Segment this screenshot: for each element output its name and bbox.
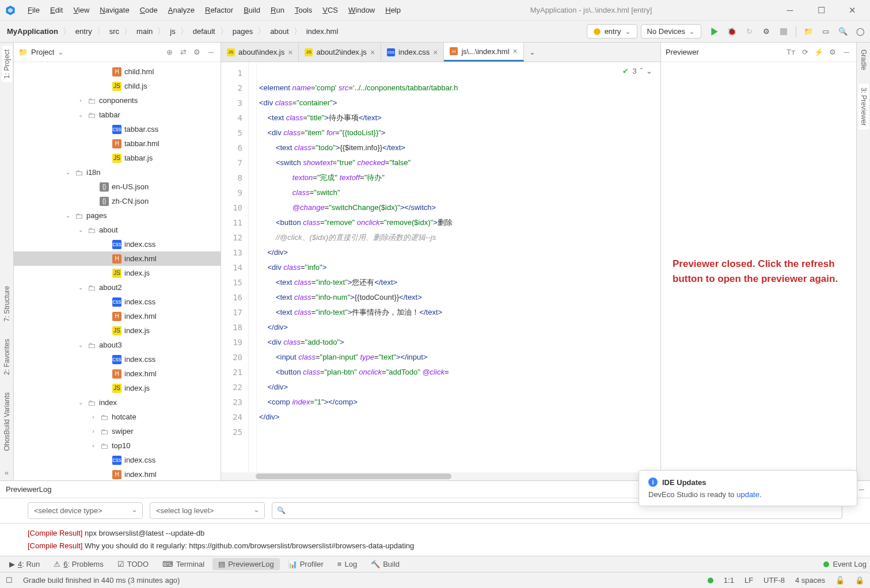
menu-code[interactable]: Code [135, 3, 162, 17]
close-tab-icon[interactable]: × [433, 48, 438, 57]
tree-item-tabbar.css[interactable]: csstabbar.css [14, 122, 221, 136]
tree-item-index.js[interactable]: JSindex.js [14, 266, 221, 280]
tree-item-index.js[interactable]: JSindex.js [14, 323, 221, 338]
tree-item-index.css[interactable]: cssindex.css [14, 237, 221, 251]
tree-item-child.hml[interactable]: Hchild.hml [14, 64, 221, 79]
device-type-select[interactable]: <select device type> [28, 502, 143, 519]
tree-item-index.hml[interactable]: Hindex.hml [14, 251, 221, 266]
stop-icon[interactable] [778, 26, 789, 37]
tool-tab-terminal[interactable]: ⌨Terminal [157, 558, 210, 570]
breadcrumb-item[interactable]: about [268, 26, 291, 37]
breadcrumb-item[interactable]: js [168, 26, 177, 37]
tree-item-conponents[interactable]: ›🗀conponents [14, 93, 221, 108]
editor-tab[interactable]: Hjs\...\index.hml× [444, 43, 523, 62]
build-variants-tool-tab[interactable]: OhosBuild Variants [2, 389, 12, 455]
menu-window[interactable]: Window [344, 3, 379, 17]
structure-tool-tab[interactable]: 7: Structure [2, 282, 12, 325]
tree-item-pages[interactable]: ⌄🗀pages [14, 208, 221, 223]
collapse-icon[interactable]: « [5, 468, 9, 477]
menu-edit[interactable]: Edit [45, 3, 67, 17]
tree-item-tabbar.js[interactable]: JStabbar.js [14, 151, 221, 165]
tree-item-zh-CN.json[interactable]: {}zh-CN.json [14, 194, 221, 208]
gradle-tool-tab[interactable]: Gradle [858, 46, 869, 74]
tree-item-index.css[interactable]: cssindex.css [14, 453, 221, 467]
run-icon[interactable] [709, 26, 720, 37]
close-tab-icon[interactable]: × [370, 48, 375, 57]
tree-item-index.css[interactable]: cssindex.css [14, 295, 221, 309]
tree-item-en-US.json[interactable]: {}en-US.json [14, 180, 221, 194]
menu-view[interactable]: View [69, 3, 94, 17]
encoding[interactable]: UTF-8 [763, 576, 785, 585]
debug-icon[interactable]: 🐞 [727, 26, 737, 37]
tree-item-hotcate[interactable]: ›🗀hotcate [14, 410, 221, 424]
tool-tab-previewerlog[interactable]: ▤PreviewerLog [212, 558, 280, 570]
tool-tab-profiler[interactable]: 📊Profiler [282, 558, 329, 570]
tree-item-index.hml[interactable]: Hindex.hml [14, 309, 221, 323]
editor-body[interactable]: 1234567891011121314151617181920212223242… [221, 62, 660, 472]
project-tool-tab[interactable]: 1: Project [2, 46, 12, 82]
tree-item-swiper[interactable]: ›🗀swiper [14, 424, 221, 438]
gear-icon[interactable]: ⚙ [827, 48, 838, 56]
tree-item-tabbar.hml[interactable]: Htabbar.hml [14, 136, 221, 151]
indent-info[interactable]: 4 spaces [795, 576, 825, 585]
maximize-button[interactable]: ☐ [808, 2, 834, 18]
device-manager-icon[interactable]: ▭ [820, 26, 831, 37]
user-icon[interactable]: ◯ [855, 26, 865, 37]
tree-item-about3[interactable]: ⌄🗀about3 [14, 338, 221, 352]
breadcrumb-item[interactable]: src [107, 26, 121, 37]
log-level-select[interactable]: <select log level> [150, 502, 265, 519]
tree-item-index.hml[interactable]: Hindex.hml [14, 467, 221, 480]
editor-tab[interactable]: JSabout2\index.js× [299, 43, 381, 62]
caret-position[interactable]: 1:1 [724, 576, 734, 585]
breadcrumb-item[interactable]: entry [73, 26, 94, 37]
code-editor[interactable]: <element name='comp' src='../../conponen… [257, 62, 660, 472]
hide-icon[interactable]: ─ [206, 48, 216, 56]
refresh-icon[interactable]: ⟳ [800, 48, 810, 56]
menu-build[interactable]: Build [239, 3, 265, 17]
tool-tab-log[interactable]: ≡Log [332, 558, 363, 570]
expand-icon[interactable]: ⇄ [178, 48, 188, 56]
tool-tab-build[interactable]: 🔨Build [365, 558, 405, 570]
menu-help[interactable]: Help [381, 3, 405, 17]
hide-icon[interactable]: ─ [841, 48, 852, 56]
tree-item-top10[interactable]: ›🗀top10 [14, 438, 221, 453]
minimize-button[interactable]: ─ [777, 2, 803, 18]
update-link[interactable]: update [736, 490, 759, 499]
menu-tools[interactable]: Tools [290, 3, 317, 17]
tree-item-index[interactable]: ⌄🗀index [14, 395, 221, 410]
tree-item-index.css[interactable]: cssindex.css [14, 352, 221, 366]
close-tab-icon[interactable]: × [288, 48, 292, 57]
menu-analyze[interactable]: Analyze [164, 3, 199, 17]
tree-item-child.js[interactable]: JSchild.js [14, 79, 221, 93]
readonly-icon[interactable]: 🔓 [835, 576, 845, 585]
search-icon[interactable]: 🔍 [838, 26, 848, 37]
breadcrumb-item[interactable]: MyApplication [5, 26, 60, 37]
menu-file[interactable]: File [23, 3, 44, 17]
device-dropdown[interactable]: No Devices ⌄ [641, 24, 701, 39]
inspections-widget[interactable]: ✔ 3 ˆ⌄ [622, 67, 652, 75]
settings-icon[interactable]: ⚙ [192, 48, 202, 56]
favorites-tool-tab[interactable]: 2: Favorites [2, 335, 12, 379]
breadcrumb-item[interactable]: main [134, 26, 155, 37]
close-button[interactable]: ✕ [839, 2, 865, 18]
project-tree[interactable]: Hchild.hmlJSchild.js›🗀conponents⌄🗀tabbar… [14, 62, 221, 480]
tool-tab-6-problems[interactable]: ⚠6: Problems [48, 558, 109, 570]
breadcrumb-item[interactable]: default [191, 26, 218, 37]
event-log-button[interactable]: Event Log [823, 560, 867, 568]
editor-scrollbar[interactable] [221, 472, 660, 480]
inspect-icon[interactable]: ⚡ [814, 48, 824, 56]
tree-item-about2[interactable]: ⌄🗀about2 [14, 280, 221, 295]
editor-tab[interactable]: JSabout\index.js× [221, 43, 299, 62]
menu-vcs[interactable]: VCS [318, 3, 343, 17]
more-tabs-icon[interactable]: ⌄ [524, 43, 541, 62]
close-tab-icon[interactable]: × [513, 47, 518, 56]
run-config-dropdown[interactable]: entry ⌄ [587, 24, 637, 39]
previewer-tool-tab[interactable]: 3: Previewer [858, 84, 869, 129]
tool-tab-todo[interactable]: ☑TODO [112, 558, 154, 570]
hide-icon[interactable]: ─ [859, 485, 864, 494]
profile-icon[interactable]: ⚙ [761, 26, 772, 37]
tool-tab-4-run[interactable]: ▶4: Run [3, 558, 45, 570]
tree-item-tabbar[interactable]: ⌄🗀tabbar [14, 108, 221, 122]
tree-item-i18n[interactable]: ⌄🗀i18n [14, 165, 221, 180]
tree-item-index.js[interactable]: JSindex.js [14, 381, 221, 395]
